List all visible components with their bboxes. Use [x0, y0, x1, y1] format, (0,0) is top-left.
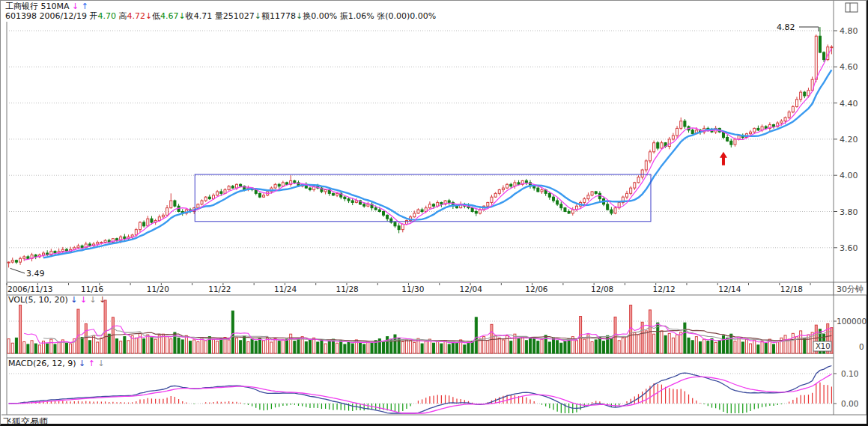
- quote-info-line: 601398 2006/12/19 开4.70 高4.72↓低4.67↓收4.7…: [5, 12, 436, 21]
- low-price-label: 3.49: [26, 269, 45, 279]
- svg-text:0.10: 0.10: [841, 369, 858, 378]
- text-segment: 额: [261, 11, 270, 21]
- svg-text:4.20: 4.20: [840, 135, 858, 144]
- text-segment: ↓: [95, 359, 105, 368]
- peak-price-label: 4.82: [777, 22, 795, 32]
- chart-canvas[interactable]: 4.804.604.404.204.003.803.603.494.822006…: [1, 1, 868, 426]
- macd-indicator-label: MACD(26, 12, 9) ↓ ↑ ↓: [8, 359, 105, 368]
- text-segment: 高: [118, 11, 127, 21]
- window-restore-icon[interactable]: [846, 3, 858, 12]
- text-segment: 开: [89, 11, 97, 21]
- text-segment: ↓: [145, 11, 152, 21]
- app-name: 飞狐交易师: [3, 416, 48, 426]
- text-segment: 4.71: [194, 11, 215, 21]
- svg-text:4.60: 4.60: [840, 62, 858, 72]
- text-segment: ↓: [296, 11, 303, 21]
- volume-pane-area[interactable]: [7, 295, 834, 353]
- text-segment: ↓: [72, 1, 79, 11]
- text-segment: 收: [186, 11, 194, 21]
- svg-text:12/14: 12/14: [718, 284, 741, 293]
- period-box[interactable]: 30分钟: [834, 282, 867, 295]
- text-segment: ↓: [255, 11, 261, 21]
- volume-scale-box: X100: [813, 341, 864, 351]
- text-segment: 工商银行 510MA: [5, 1, 72, 11]
- text-segment: 251027: [223, 11, 255, 21]
- text-segment: ↑: [79, 1, 88, 11]
- text-segment: ↓: [179, 11, 186, 21]
- svg-text:11/24: 11/24: [274, 284, 297, 293]
- chart-window: 4.804.604.404.204.003.803.603.494.822006…: [0, 0, 868, 426]
- text-segment: ↓: [97, 295, 106, 305]
- svg-text:3.60: 3.60: [840, 243, 858, 253]
- svg-text:4.40: 4.40: [840, 99, 858, 109]
- svg-text:3.80: 3.80: [840, 207, 858, 217]
- svg-text:2006/11/13: 2006/11/13: [7, 284, 53, 293]
- price-chart-area[interactable]: [7, 22, 834, 282]
- text-segment: ↓: [77, 295, 87, 305]
- price-axis-labels: 4.804.604.404.204.003.803.60: [834, 26, 858, 253]
- macd-pane-area[interactable]: [7, 358, 834, 415]
- text-segment: ↓: [87, 295, 97, 305]
- text-segment: ↑: [85, 359, 95, 368]
- svg-text:12/12: 12/12: [653, 284, 676, 293]
- text-segment: 低: [152, 11, 160, 21]
- svg-text:12/08: 12/08: [591, 284, 613, 293]
- svg-text:0.00: 0.00: [841, 399, 858, 408]
- svg-text:0: 0: [859, 342, 864, 351]
- period-label: 30分钟: [837, 284, 864, 294]
- vol-indicator-label: VOL(5, 10, 20) ↓ ↓ ↓ ↓: [8, 296, 106, 305]
- text-segment: 4.72: [127, 11, 145, 21]
- status-bar: 飞狐交易师: [1, 416, 868, 425]
- svg-text:11/22: 11/22: [208, 284, 231, 293]
- text-segment: 11778: [270, 11, 296, 21]
- text-segment: 换0.00% 振1.06% 张(0.00)0.00%: [303, 11, 436, 21]
- text-segment: ↓: [79, 359, 85, 368]
- text-segment: 601398 2006/12/19: [5, 11, 89, 21]
- x10-multiplier-label: X10: [816, 342, 831, 350]
- date-axis[interactable]: 2006/11/1311/1611/2011/2211/2411/2811/30…: [7, 283, 810, 293]
- svg-text:11/16: 11/16: [81, 284, 104, 293]
- svg-text:100000: 100000: [837, 317, 867, 326]
- svg-text:11/30: 11/30: [401, 284, 424, 293]
- svg-text:11/20: 11/20: [147, 284, 169, 293]
- pane-backgrounds[interactable]: [7, 22, 834, 415]
- svg-text:11/28: 11/28: [336, 284, 359, 293]
- text-segment: 4.70: [97, 11, 118, 21]
- svg-text:4.00: 4.00: [840, 171, 858, 180]
- text-segment: MACD(26, 12, 9): [8, 359, 79, 368]
- svg-text:4.80: 4.80: [840, 26, 858, 36]
- text-segment: 4.67: [160, 11, 179, 21]
- text-segment: VOL(5, 10, 20): [8, 295, 70, 305]
- svg-text:12/04: 12/04: [460, 284, 483, 293]
- stock-title: 工商银行 510MA ↓ ↑: [5, 2, 88, 11]
- svg-text:12/18: 12/18: [780, 284, 803, 293]
- text-segment: 量: [215, 11, 223, 21]
- svg-text:12/06: 12/06: [525, 284, 548, 293]
